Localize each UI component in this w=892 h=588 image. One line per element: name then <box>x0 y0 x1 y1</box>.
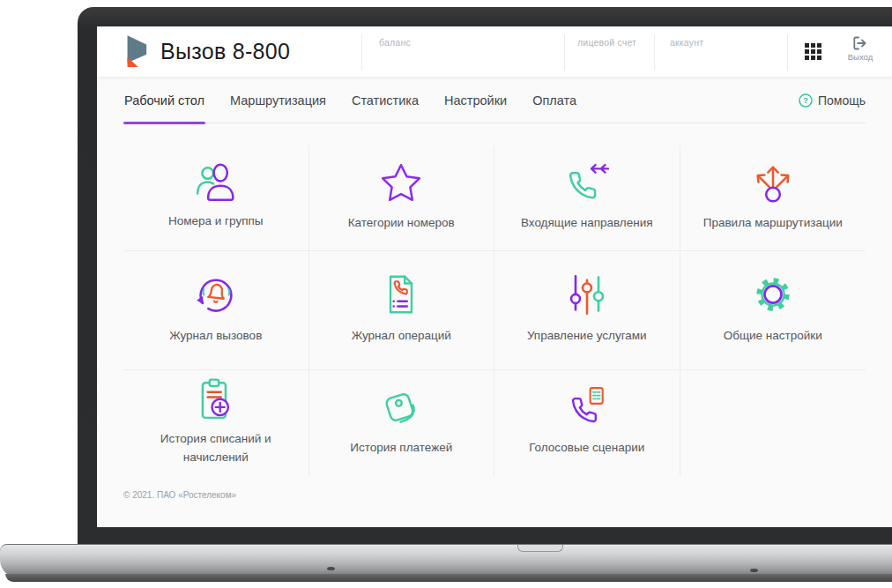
operations-log-icon <box>379 272 423 317</box>
tab-oplata[interactable]: Оплата <box>531 78 577 123</box>
app-window: Вызов 8-800 баланс лицевой счет аккаунт <box>97 26 892 527</box>
header-divider <box>361 34 362 71</box>
tab-nastroyki[interactable]: Настройки <box>443 78 508 123</box>
star-icon <box>378 160 424 205</box>
help-link[interactable]: ? Помощь <box>799 93 866 108</box>
logout-button[interactable]: Выход <box>836 36 885 62</box>
header-divider <box>564 34 565 71</box>
tile-label: Номера и группы <box>168 212 263 231</box>
tile-label: Входящие направления <box>521 214 653 233</box>
call-log-icon <box>192 272 240 317</box>
laptop-foot <box>327 567 335 570</box>
tab-marshrutizaciya[interactable]: Маршрутизация <box>229 78 327 123</box>
tile-incoming-directions[interactable]: Входящие направления <box>494 145 680 251</box>
clipboard-plus-icon <box>194 376 238 421</box>
tile-label: Управление услугами <box>527 327 647 346</box>
tab-rabochiy-stol[interactable]: Рабочий стол <box>123 78 205 123</box>
users-icon <box>194 162 238 203</box>
tile-label: Общие настройки <box>724 327 822 346</box>
help-label: Помощь <box>818 93 866 108</box>
voice-script-icon <box>564 385 610 429</box>
incoming-call-icon <box>564 160 610 205</box>
tile-charges-history[interactable]: История списаний и начислений <box>123 370 309 476</box>
dashboard-content: Рабочий стол Маршрутизация Статистика На… <box>97 78 892 527</box>
balance-field-label: баланс <box>379 37 411 48</box>
tab-statistika[interactable]: Статистика <box>351 78 420 123</box>
sliders-icon <box>564 272 610 317</box>
tile-voice-scenarios[interactable]: Голосовые сценарии <box>494 370 680 476</box>
tile-empty-cell <box>680 370 866 476</box>
tile-routing-rules[interactable]: Правила маршрутизации <box>680 145 866 251</box>
tile-service-management[interactable]: Управление услугами <box>494 251 680 370</box>
main-nav-tabs: Рабочий стол Маршрутизация Статистика На… <box>123 78 866 123</box>
tile-call-log[interactable]: Журнал вызовов <box>123 251 309 370</box>
personal-account-field-label: лицевой счет <box>577 37 636 48</box>
gear-icon <box>750 272 796 317</box>
tile-label: Журнал операций <box>352 327 451 346</box>
vyzov-ribbon-logo[interactable] <box>122 34 148 70</box>
copyright-text: © 2021. ПАО «Ростелеком» <box>123 490 866 500</box>
tile-label: История списаний и начислений <box>136 430 296 467</box>
help-question-icon: ? <box>799 93 813 108</box>
laptop-mockup: Вызов 8-800 баланс лицевой счет аккаунт <box>0 0 892 588</box>
app-header: Вызов 8-800 баланс лицевой счет аккаунт <box>97 26 892 78</box>
tile-label: История платежей <box>350 439 452 458</box>
wallet-icon <box>378 385 424 429</box>
account-field-label: аккаунт <box>670 37 703 48</box>
tile-general-settings[interactable]: Общие настройки <box>680 251 866 370</box>
tile-operations-log[interactable]: Журнал операций <box>309 251 495 370</box>
logout-label: Выход <box>836 52 885 62</box>
dashboard-tile-grid: Номера и группы Категории номеров <box>123 145 866 476</box>
laptop-foot <box>750 569 758 572</box>
app-title: Вызов 8-800 <box>160 39 290 64</box>
svg-text:?: ? <box>803 95 808 105</box>
laptop-base-edge <box>5 574 892 582</box>
laptop-base <box>0 544 892 577</box>
tile-label: Правила маршрутизации <box>703 214 843 233</box>
logout-icon <box>852 36 868 50</box>
tile-number-categories[interactable]: Категории номеров <box>309 145 495 251</box>
tile-label: Категории номеров <box>348 214 455 233</box>
routing-arrows-icon <box>750 160 796 205</box>
tile-payment-history[interactable]: История платежей <box>309 370 495 476</box>
header-divider <box>654 34 655 71</box>
header-divider <box>787 34 788 71</box>
tile-numbers-and-groups[interactable]: Номера и группы <box>123 145 309 251</box>
tile-label: Журнал вызовов <box>169 327 262 346</box>
laptop-latch-notch <box>517 545 563 552</box>
apps-grid-icon[interactable] <box>805 43 821 60</box>
tile-label: Голосовые сценарии <box>529 439 644 458</box>
